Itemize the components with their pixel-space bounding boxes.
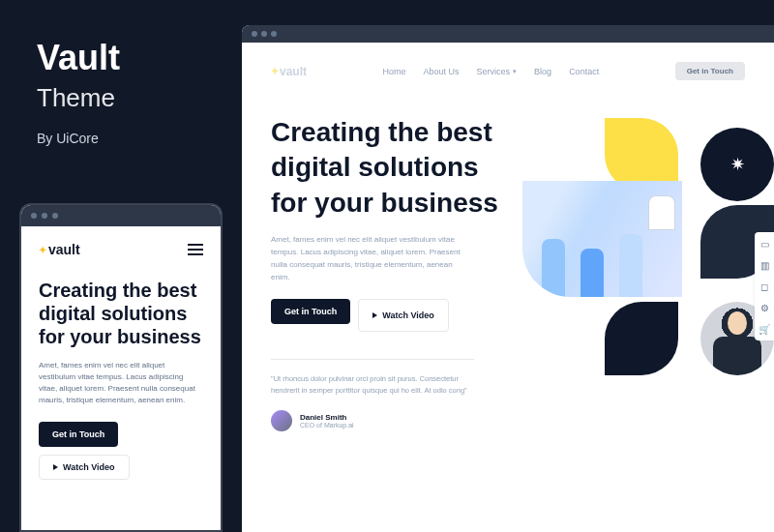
window-dot: [271, 31, 277, 37]
promo-subtitle: Theme: [37, 83, 120, 113]
avatar: [271, 410, 292, 431]
watch-video-label: Watch Video: [63, 462, 115, 472]
side-tool-icon[interactable]: 🛒: [759, 323, 770, 335]
nav-about[interactable]: About Us: [424, 67, 460, 76]
nav-services[interactable]: Services ▾: [477, 67, 518, 76]
desktop-preview: ✦ vault Home About Us Services ▾ Blog Co…: [242, 25, 774, 532]
nav-services-label: Services: [477, 67, 511, 76]
promo-byline: By UiCore: [37, 131, 120, 146]
side-tool-icon[interactable]: ⚙: [759, 302, 770, 313]
nav-home[interactable]: Home: [383, 67, 406, 76]
side-tool-icon[interactable]: ▭: [759, 238, 770, 250]
top-nav: ✦ vault Home About Us Services ▾ Blog Co…: [271, 62, 745, 80]
hamburger-menu-icon[interactable]: [188, 244, 203, 255]
brand-name: vault: [280, 65, 307, 78]
spark-icon: ✷: [730, 154, 745, 175]
get-in-touch-button[interactable]: Get in Touch: [271, 299, 350, 324]
hero-paragraph: Amet, fames enim vel nec elit aliquet ve…: [39, 360, 203, 406]
chevron-down-icon: ▾: [513, 68, 517, 75]
mobile-titlebar: [21, 205, 221, 226]
logo-star-icon: ✦: [39, 245, 46, 255]
watch-video-label: Watch Video: [382, 310, 434, 320]
hero-photo: [522, 181, 682, 297]
nav-cta-button[interactable]: Get in Touch: [675, 62, 745, 80]
logo-star-icon: ✦: [271, 66, 279, 76]
promo-title: Vault: [37, 41, 120, 75]
promo-block: Vault Theme By UiCore: [37, 41, 120, 146]
brand-logo[interactable]: ✦ vault: [39, 242, 80, 257]
window-dot: [252, 31, 257, 37]
window-dot: [52, 213, 58, 219]
hero-graphic: ✷: [522, 118, 774, 389]
mobile-preview: ✦ vault Creating the best digital soluti…: [19, 203, 223, 532]
window-dot: [31, 213, 37, 219]
window-dot: [42, 213, 47, 219]
author-role: CEO of Markup.ai: [300, 422, 354, 429]
get-in-touch-button[interactable]: Get in Touch: [39, 422, 118, 447]
nav-contact[interactable]: Contact: [569, 67, 599, 76]
play-icon: [372, 312, 377, 318]
hero-heading: Creating the best digital solutions for …: [271, 115, 503, 221]
author-name: Daniel Smith: [300, 413, 354, 422]
brand-logo[interactable]: ✦ vault: [271, 65, 307, 78]
shape-circle-dark: ✷: [700, 128, 774, 201]
testimonial-author: Daniel Smith CEO of Markup.ai: [271, 410, 745, 431]
brand-name: vault: [48, 242, 80, 257]
side-tool-icon[interactable]: ▥: [759, 259, 770, 271]
window-dot: [261, 31, 267, 37]
nav-blog[interactable]: Blog: [534, 67, 551, 76]
watch-video-button[interactable]: Watch Video: [358, 299, 449, 332]
hero-paragraph: Amet, fames enim vel nec elit aliquet ve…: [271, 234, 464, 283]
side-tool-icon[interactable]: ◻: [759, 281, 770, 292]
hero-heading: Creating the best digital solutions for …: [39, 279, 203, 348]
desktop-titlebar: [242, 25, 774, 43]
shape-leaf-navy: [605, 302, 678, 375]
floating-side-toolbar: ▭ ▥ ◻ ⚙ 🛒: [755, 232, 774, 340]
divider: [271, 359, 474, 360]
play-icon: [53, 464, 58, 470]
testimonial-quote: "Ut rhoncus dolor pulvinar orci proin si…: [271, 373, 474, 397]
watch-video-button[interactable]: Watch Video: [39, 455, 130, 480]
